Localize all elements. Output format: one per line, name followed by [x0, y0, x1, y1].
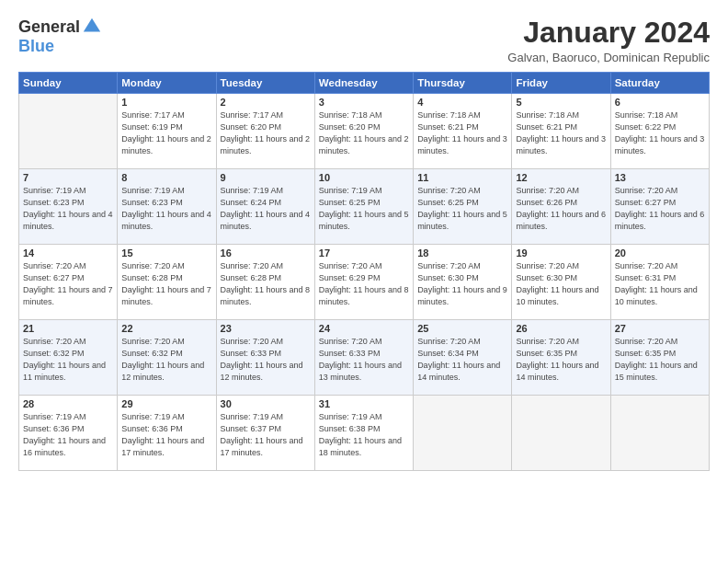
- table-row: 6Sunrise: 7:18 AMSunset: 6:22 PMDaylight…: [610, 94, 709, 169]
- day-info: Sunrise: 7:19 AMSunset: 6:38 PMDaylight:…: [319, 411, 409, 459]
- table-row: 21Sunrise: 7:20 AMSunset: 6:32 PMDayligh…: [19, 320, 118, 396]
- table-row: 2Sunrise: 7:17 AMSunset: 6:20 PMDaylight…: [216, 94, 314, 169]
- day-number: 1: [121, 97, 211, 108]
- day-info: Sunrise: 7:18 AMSunset: 6:22 PMDaylight:…: [615, 109, 705, 157]
- page: General Blue January 2024 Galvan, Baoruc…: [0, 0, 728, 563]
- day-info: Sunrise: 7:18 AMSunset: 6:21 PMDaylight:…: [516, 109, 606, 157]
- calendar-week-row: 28Sunrise: 7:19 AMSunset: 6:36 PMDayligh…: [19, 396, 710, 471]
- table-row: 10Sunrise: 7:19 AMSunset: 6:25 PMDayligh…: [314, 169, 413, 245]
- day-number: 18: [417, 247, 507, 259]
- table-row: 31Sunrise: 7:19 AMSunset: 6:38 PMDayligh…: [314, 396, 413, 471]
- table-row: 17Sunrise: 7:20 AMSunset: 6:29 PMDayligh…: [314, 245, 413, 320]
- day-number: 9: [221, 172, 311, 183]
- calendar-header-row: Sunday Monday Tuesday Wednesday Thursday…: [19, 73, 710, 94]
- day-info: Sunrise: 7:20 AMSunset: 6:32 PMDaylight:…: [23, 336, 113, 384]
- month-title: January 2024: [507, 17, 710, 49]
- day-info: Sunrise: 7:19 AMSunset: 6:23 PMDaylight:…: [121, 185, 211, 233]
- day-info: Sunrise: 7:17 AMSunset: 6:20 PMDaylight:…: [221, 109, 311, 157]
- day-number: 12: [516, 172, 606, 183]
- day-number: 31: [319, 398, 409, 409]
- table-row: 19Sunrise: 7:20 AMSunset: 6:30 PMDayligh…: [512, 245, 610, 320]
- day-info: Sunrise: 7:20 AMSunset: 6:27 PMDaylight:…: [615, 185, 705, 233]
- day-info: Sunrise: 7:19 AMSunset: 6:36 PMDaylight:…: [121, 411, 211, 459]
- day-info: Sunrise: 7:20 AMSunset: 6:33 PMDaylight:…: [221, 336, 311, 384]
- table-row: 28Sunrise: 7:19 AMSunset: 6:36 PMDayligh…: [19, 396, 118, 471]
- table-row: [19, 94, 118, 169]
- day-number: 23: [221, 323, 311, 334]
- day-number: 30: [221, 398, 311, 409]
- day-info: Sunrise: 7:20 AMSunset: 6:28 PMDaylight:…: [221, 260, 311, 308]
- day-number: 13: [615, 172, 705, 183]
- table-row: 1Sunrise: 7:17 AMSunset: 6:19 PMDaylight…: [118, 94, 216, 169]
- table-row: 20Sunrise: 7:20 AMSunset: 6:31 PMDayligh…: [610, 245, 709, 320]
- day-number: 7: [23, 172, 113, 183]
- day-number: 10: [319, 172, 409, 183]
- day-info: Sunrise: 7:20 AMSunset: 6:31 PMDaylight:…: [615, 260, 705, 308]
- day-info: Sunrise: 7:20 AMSunset: 6:28 PMDaylight:…: [121, 260, 211, 308]
- logo: General Blue: [18, 17, 102, 56]
- day-info: Sunrise: 7:20 AMSunset: 6:30 PMDaylight:…: [516, 260, 606, 308]
- location: Galvan, Baoruco, Dominican Republic: [507, 51, 710, 64]
- table-row: 18Sunrise: 7:20 AMSunset: 6:30 PMDayligh…: [414, 245, 512, 320]
- day-number: 14: [23, 247, 113, 259]
- logo-icon: [82, 17, 102, 37]
- table-row: 15Sunrise: 7:20 AMSunset: 6:28 PMDayligh…: [118, 245, 216, 320]
- day-number: 20: [615, 247, 705, 259]
- col-thursday: Thursday: [414, 73, 512, 94]
- col-wednesday: Wednesday: [314, 73, 413, 94]
- logo-general-text: General: [18, 17, 80, 37]
- day-info: Sunrise: 7:18 AMSunset: 6:20 PMDaylight:…: [319, 109, 409, 157]
- calendar-week-row: 21Sunrise: 7:20 AMSunset: 6:32 PMDayligh…: [19, 320, 710, 396]
- day-info: Sunrise: 7:20 AMSunset: 6:32 PMDaylight:…: [121, 336, 211, 384]
- day-info: Sunrise: 7:20 AMSunset: 6:34 PMDaylight:…: [417, 336, 507, 384]
- day-number: 28: [23, 398, 113, 409]
- day-info: Sunrise: 7:19 AMSunset: 6:37 PMDaylight:…: [221, 411, 311, 459]
- table-row: 12Sunrise: 7:20 AMSunset: 6:26 PMDayligh…: [512, 169, 610, 245]
- col-tuesday: Tuesday: [216, 73, 314, 94]
- table-row: [512, 396, 610, 471]
- day-number: 16: [221, 247, 311, 259]
- table-row: [414, 396, 512, 471]
- day-info: Sunrise: 7:20 AMSunset: 6:35 PMDaylight:…: [615, 336, 705, 384]
- col-saturday: Saturday: [610, 73, 709, 94]
- day-number: 25: [417, 323, 507, 334]
- table-row: 11Sunrise: 7:20 AMSunset: 6:25 PMDayligh…: [414, 169, 512, 245]
- table-row: 25Sunrise: 7:20 AMSunset: 6:34 PMDayligh…: [414, 320, 512, 396]
- day-number: 27: [615, 323, 705, 334]
- day-number: 3: [319, 97, 409, 108]
- day-info: Sunrise: 7:20 AMSunset: 6:30 PMDaylight:…: [417, 260, 507, 308]
- day-number: 24: [319, 323, 409, 334]
- table-row: 8Sunrise: 7:19 AMSunset: 6:23 PMDaylight…: [118, 169, 216, 245]
- col-friday: Friday: [512, 73, 610, 94]
- table-row: 26Sunrise: 7:20 AMSunset: 6:35 PMDayligh…: [512, 320, 610, 396]
- day-info: Sunrise: 7:20 AMSunset: 6:29 PMDaylight:…: [319, 260, 409, 308]
- calendar: Sunday Monday Tuesday Wednesday Thursday…: [18, 72, 710, 471]
- table-row: [610, 396, 709, 471]
- day-number: 22: [121, 323, 211, 334]
- table-row: 24Sunrise: 7:20 AMSunset: 6:33 PMDayligh…: [314, 320, 413, 396]
- table-row: 9Sunrise: 7:19 AMSunset: 6:24 PMDaylight…: [216, 169, 314, 245]
- day-info: Sunrise: 7:19 AMSunset: 6:36 PMDaylight:…: [23, 411, 113, 459]
- day-info: Sunrise: 7:20 AMSunset: 6:25 PMDaylight:…: [417, 185, 507, 233]
- day-info: Sunrise: 7:17 AMSunset: 6:19 PMDaylight:…: [121, 109, 211, 157]
- day-number: 6: [615, 97, 705, 108]
- table-row: 30Sunrise: 7:19 AMSunset: 6:37 PMDayligh…: [216, 396, 314, 471]
- title-area: January 2024 Galvan, Baoruco, Dominican …: [507, 17, 710, 64]
- day-number: 5: [516, 97, 606, 108]
- day-number: 26: [516, 323, 606, 334]
- day-number: 8: [121, 172, 211, 183]
- day-info: Sunrise: 7:19 AMSunset: 6:25 PMDaylight:…: [319, 185, 409, 233]
- table-row: 22Sunrise: 7:20 AMSunset: 6:32 PMDayligh…: [118, 320, 216, 396]
- calendar-week-row: 7Sunrise: 7:19 AMSunset: 6:23 PMDaylight…: [19, 169, 710, 245]
- table-row: 4Sunrise: 7:18 AMSunset: 6:21 PMDaylight…: [414, 94, 512, 169]
- col-monday: Monday: [118, 73, 216, 94]
- table-row: 27Sunrise: 7:20 AMSunset: 6:35 PMDayligh…: [610, 320, 709, 396]
- table-row: 16Sunrise: 7:20 AMSunset: 6:28 PMDayligh…: [216, 245, 314, 320]
- header: General Blue January 2024 Galvan, Baoruc…: [18, 17, 710, 64]
- day-info: Sunrise: 7:20 AMSunset: 6:27 PMDaylight:…: [23, 260, 113, 308]
- calendar-week-row: 1Sunrise: 7:17 AMSunset: 6:19 PMDaylight…: [19, 94, 710, 169]
- calendar-week-row: 14Sunrise: 7:20 AMSunset: 6:27 PMDayligh…: [19, 245, 710, 320]
- day-number: 15: [121, 247, 211, 259]
- table-row: 7Sunrise: 7:19 AMSunset: 6:23 PMDaylight…: [19, 169, 118, 245]
- day-info: Sunrise: 7:20 AMSunset: 6:35 PMDaylight:…: [516, 336, 606, 384]
